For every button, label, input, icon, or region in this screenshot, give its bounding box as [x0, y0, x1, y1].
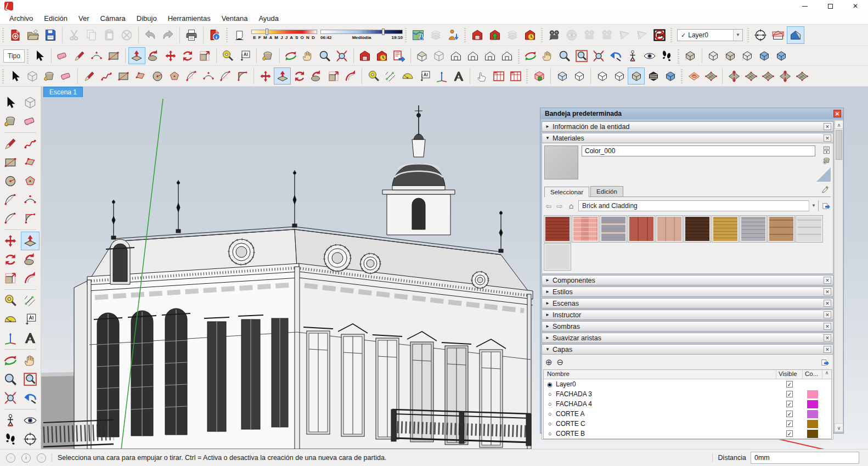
- three-point-arc-tool[interactable]: [1, 209, 20, 228]
- zoom-tool[interactable]: [317, 47, 334, 64]
- followme-tool[interactable]: [308, 68, 325, 85]
- details-arrow-icon[interactable]: [821, 201, 831, 211]
- generate-report2-button[interactable]: [507, 68, 524, 85]
- remove-layer-button[interactable]: ⊖: [557, 357, 564, 367]
- add-building-button[interactable]: [444, 26, 462, 44]
- paint-bucket-tool[interactable]: [41, 68, 58, 85]
- swatch-light-siding[interactable]: [796, 216, 822, 242]
- tab-seleccionar[interactable]: Seleccionar: [544, 187, 589, 197]
- tray-close-button[interactable]: ✕: [833, 110, 841, 117]
- camera-frustum-button[interactable]: [616, 26, 633, 44]
- collection-caret-icon[interactable]: ▼: [809, 200, 818, 211]
- walk-tool[interactable]: [1, 430, 20, 448]
- position-camera-tool[interactable]: [624, 47, 641, 64]
- scroll-down-icon[interactable]: ∨: [835, 423, 843, 432]
- toolbar-grip[interactable]: [404, 27, 408, 43]
- section-suavizar-aristas[interactable]: ►Suavizar aristas✕: [542, 333, 833, 343]
- zoom-extents-tool[interactable]: [1, 389, 20, 407]
- offset-tool[interactable]: [342, 68, 359, 85]
- new-file-button[interactable]: [7, 26, 24, 44]
- menu-herramientas[interactable]: Herramientas: [163, 13, 216, 24]
- layer-name[interactable]: FACHADA 4: [556, 400, 776, 408]
- section-escenas[interactable]: ►Escenas✕: [542, 298, 833, 308]
- walk-tool[interactable]: [658, 47, 675, 64]
- section-entity-info[interactable]: ► Información de la entidad ✕: [542, 121, 833, 132]
- swatch-gray-stone-brick[interactable]: [740, 216, 766, 242]
- paint-bucket-tool[interactable]: [260, 47, 277, 64]
- extension-warehouse-button[interactable]: [374, 47, 391, 64]
- pie-tool[interactable]: [234, 68, 251, 85]
- layer-name[interactable]: CORTE A: [556, 410, 776, 418]
- menu-edicion[interactable]: Edición: [39, 13, 72, 24]
- back-arrow-icon[interactable]: ⇦: [544, 202, 553, 210]
- toggle-terrain-button[interactable]: [427, 26, 444, 44]
- share-component-button[interactable]: [504, 26, 521, 44]
- material-preview[interactable]: [544, 145, 578, 179]
- sandbox-add-detail-button[interactable]: [776, 68, 793, 85]
- toolbar-grip[interactable]: [517, 48, 521, 64]
- offset-tool[interactable]: [21, 269, 40, 288]
- menu-ver[interactable]: Ver: [74, 13, 94, 24]
- style-textured-button[interactable]: [645, 68, 662, 85]
- section-materials[interactable]: ▼ Materiales ✕: [542, 133, 833, 143]
- section-sombras[interactable]: ►Sombras✕: [542, 321, 833, 332]
- rotate-tool[interactable]: [291, 68, 308, 85]
- visible-checkbox[interactable]: ✓: [786, 411, 793, 417]
- section-capas[interactable]: ▼Capas✕: [542, 344, 833, 355]
- tape-measure-tool[interactable]: [365, 68, 382, 85]
- home-icon[interactable]: ⌂: [566, 201, 576, 210]
- model-info-button[interactable]: [206, 26, 224, 44]
- visible-checkbox[interactable]: ✓: [786, 420, 793, 427]
- arc-tool[interactable]: [1, 190, 20, 209]
- view-right-button[interactable]: [465, 47, 482, 64]
- polygon-tool[interactable]: [166, 68, 183, 85]
- followme-tool[interactable]: [21, 250, 40, 269]
- delete-button[interactable]: [118, 26, 136, 44]
- section-close-button[interactable]: ✕: [824, 134, 831, 142]
- interact-tool[interactable]: [473, 68, 490, 85]
- layer-name[interactable]: FACHADA 3: [556, 390, 776, 398]
- col-color[interactable]: Co...: [803, 370, 822, 379]
- pan-tool[interactable]: [300, 47, 317, 64]
- rotate-tool[interactable]: [1, 250, 20, 269]
- look-around-tool[interactable]: [641, 47, 658, 64]
- polygon-tool[interactable]: [21, 172, 40, 190]
- toolbar-grip[interactable]: [525, 68, 529, 85]
- layer-color-chip[interactable]: [807, 390, 818, 398]
- make-component-tool[interactable]: [21, 93, 40, 112]
- extension-warehouse-button[interactable]: [521, 26, 539, 44]
- view-front-button[interactable]: [448, 47, 465, 64]
- pushpull-tool[interactable]: [128, 47, 145, 64]
- layer-radio[interactable]: ○: [544, 391, 556, 397]
- component-blue2-button[interactable]: [773, 47, 790, 64]
- collection-dropdown[interactable]: Brick and Cladding ▼: [578, 200, 819, 211]
- rotate-tool[interactable]: [179, 47, 196, 64]
- freehand-tool[interactable]: [21, 134, 40, 153]
- type-button[interactable]: Tipo: [3, 49, 25, 63]
- visible-checkbox[interactable]: ✓: [786, 401, 793, 407]
- shadow-time-thumb[interactable]: [382, 29, 385, 35]
- toolbar-grip[interactable]: [540, 27, 544, 43]
- view-left-button[interactable]: [499, 47, 516, 64]
- paint-bucket-tool[interactable]: [1, 112, 20, 131]
- share-model-button[interactable]: [486, 26, 504, 44]
- menu-dibujo[interactable]: Dibujo: [132, 13, 162, 24]
- paste-button[interactable]: [100, 26, 118, 44]
- style-wireframe-button[interactable]: [594, 68, 611, 85]
- camera-projection-button[interactable]: [633, 26, 651, 44]
- section-estilos[interactable]: ►Estilos✕: [542, 287, 833, 297]
- eraser-tool[interactable]: [54, 47, 71, 64]
- tray-titlebar[interactable]: Bandeja predeterminada ✕: [540, 108, 843, 119]
- shadow-time-slider[interactable]: 06:42 Mediodía 19:10: [320, 28, 403, 42]
- section-display-button[interactable]: [531, 68, 548, 85]
- layer-dropdown-caret-icon[interactable]: ▼: [733, 30, 742, 41]
- secondary-pane-icon[interactable]: [822, 145, 831, 154]
- layer-color-chip[interactable]: [807, 420, 818, 428]
- minimize-button[interactable]: [792, 0, 818, 12]
- layer-color-chip[interactable]: [807, 400, 818, 408]
- 3d-text-tool[interactable]: [450, 68, 467, 85]
- layers-table-header[interactable]: Nombre Visible Co... ∧: [544, 370, 831, 379]
- toolbar-grip[interactable]: [680, 68, 684, 85]
- rectangle-tool-dropdown[interactable]: [105, 47, 122, 64]
- export-model-button[interactable]: [391, 47, 408, 64]
